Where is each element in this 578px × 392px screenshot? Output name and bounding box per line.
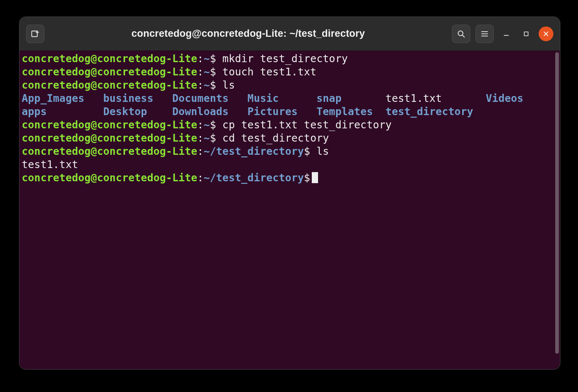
- window-title: concretedog@concretedog-Lite: ~/test_dir…: [49, 28, 447, 39]
- close-icon: [543, 31, 549, 37]
- scrollbar[interactable]: [555, 52, 559, 354]
- new-tab-button[interactable]: [26, 25, 44, 43]
- terminal-window: concretedog@concretedog-Lite: ~/test_dir…: [19, 17, 560, 370]
- search-icon: [457, 29, 465, 38]
- maximize-button[interactable]: [519, 26, 534, 41]
- titlebar[interactable]: concretedog@concretedog-Lite: ~/test_dir…: [19, 17, 560, 51]
- svg-line-4: [463, 35, 465, 37]
- menu-button[interactable]: [475, 25, 494, 43]
- svg-rect-9: [524, 32, 528, 36]
- minimize-icon: [503, 30, 510, 38]
- hamburger-menu-icon: [480, 29, 489, 38]
- cursor: [312, 172, 318, 183]
- minimize-button[interactable]: [499, 26, 514, 41]
- terminal-output: concretedog@concretedog-Lite:~$ mkdir te…: [22, 52, 558, 185]
- maximize-icon: [523, 31, 529, 37]
- new-tab-icon: [31, 29, 40, 39]
- close-button[interactable]: [539, 26, 553, 41]
- search-button[interactable]: [452, 25, 470, 43]
- terminal-viewport[interactable]: concretedog@concretedog-Lite:~$ mkdir te…: [19, 51, 560, 369]
